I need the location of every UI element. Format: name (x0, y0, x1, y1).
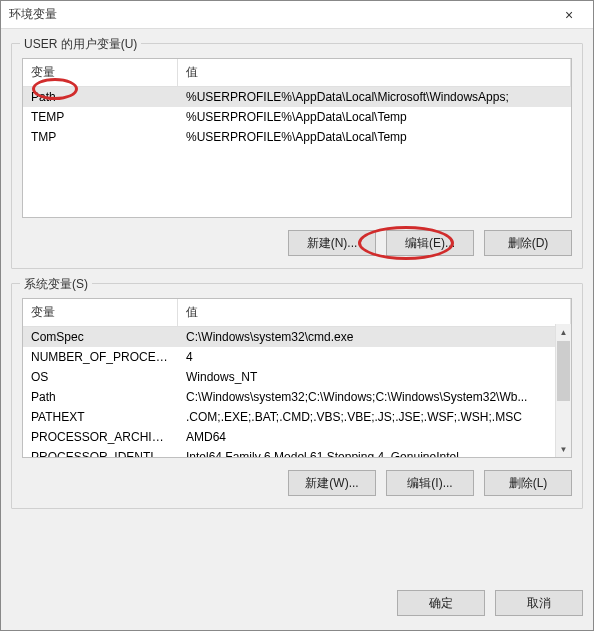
user-edit-button[interactable]: 编辑(E)... (386, 230, 474, 256)
cancel-button[interactable]: 取消 (495, 590, 583, 616)
cell-value: AMD64 (178, 430, 571, 444)
user-list-body: Path %USERPROFILE%\AppData\Local\Microso… (23, 87, 571, 147)
system-group-title: 系统变量(S) (20, 276, 92, 293)
cell-name: PROCESSOR_IDENTIFIER (23, 450, 178, 458)
scroll-down-icon[interactable]: ▼ (556, 441, 571, 457)
table-row[interactable]: PATHEXT .COM;.EXE;.BAT;.CMD;.VBS;.VBE;.J… (23, 407, 571, 427)
table-row[interactable]: ComSpec C:\Windows\system32\cmd.exe (23, 327, 571, 347)
cell-name: OS (23, 370, 178, 384)
table-row[interactable]: NUMBER_OF_PROCESSORS 4 (23, 347, 571, 367)
user-col-value[interactable]: 值 (178, 59, 571, 86)
cell-value: Intel64 Family 6 Model 61 Stepping 4, Ge… (178, 450, 571, 458)
cell-value: C:\Windows\system32;C:\Windows;C:\Window… (178, 390, 571, 404)
system-vars-group: 系统变量(S) 变量 值 ComSpec C:\Windows\system32… (11, 283, 583, 509)
table-row[interactable]: Path C:\Windows\system32;C:\Windows;C:\W… (23, 387, 571, 407)
close-icon[interactable]: × (549, 7, 589, 23)
system-vars-listbox[interactable]: 变量 值 ComSpec C:\Windows\system32\cmd.exe… (22, 298, 572, 458)
dialog-footer: 确定 取消 (1, 586, 593, 630)
cell-name: Path (23, 90, 178, 104)
cell-name: TMP (23, 130, 178, 144)
cell-name: TEMP (23, 110, 178, 124)
content-area: USER 的用户变量(U) 变量 值 Path %USERPROFILE%\Ap… (1, 29, 593, 586)
system-scrollbar[interactable]: ▲ ▼ (555, 324, 571, 457)
cell-value: %USERPROFILE%\AppData\Local\Microsoft\Wi… (178, 90, 571, 104)
user-vars-listbox[interactable]: 变量 值 Path %USERPROFILE%\AppData\Local\Mi… (22, 58, 572, 218)
ok-button[interactable]: 确定 (397, 590, 485, 616)
cell-value: .COM;.EXE;.BAT;.CMD;.VBS;.VBE;.JS;.JSE;.… (178, 410, 571, 424)
user-new-button[interactable]: 新建(N)... (288, 230, 376, 256)
table-row[interactable]: PROCESSOR_ARCHITECT... AMD64 (23, 427, 571, 447)
cell-name: PATHEXT (23, 410, 178, 424)
system-button-row: 新建(W)... 编辑(I)... 删除(L) (22, 470, 572, 496)
cell-value: Windows_NT (178, 370, 571, 384)
table-row[interactable]: OS Windows_NT (23, 367, 571, 387)
system-col-name[interactable]: 变量 (23, 299, 178, 326)
cell-name: NUMBER_OF_PROCESSORS (23, 350, 178, 364)
system-list-body: ComSpec C:\Windows\system32\cmd.exe NUMB… (23, 327, 571, 458)
cell-value: %USERPROFILE%\AppData\Local\Temp (178, 110, 571, 124)
system-list-header: 变量 值 (23, 299, 571, 327)
user-list-header: 变量 值 (23, 59, 571, 87)
scroll-up-icon[interactable]: ▲ (556, 324, 571, 340)
table-row[interactable]: TEMP %USERPROFILE%\AppData\Local\Temp (23, 107, 571, 127)
titlebar: 环境变量 × (1, 1, 593, 29)
cell-value: C:\Windows\system32\cmd.exe (178, 330, 571, 344)
cell-value: %USERPROFILE%\AppData\Local\Temp (178, 130, 571, 144)
cell-name: ComSpec (23, 330, 178, 344)
env-vars-dialog: 环境变量 × USER 的用户变量(U) 变量 值 Path %USERPROF… (0, 0, 594, 631)
user-delete-button[interactable]: 删除(D) (484, 230, 572, 256)
window-title: 环境变量 (9, 6, 549, 23)
user-button-row: 新建(N)... 编辑(E)... 删除(D) (22, 230, 572, 256)
cell-name: PROCESSOR_ARCHITECT... (23, 430, 178, 444)
scroll-thumb[interactable] (557, 341, 570, 401)
system-new-button[interactable]: 新建(W)... (288, 470, 376, 496)
user-group-title: USER 的用户变量(U) (20, 36, 141, 53)
user-vars-group: USER 的用户变量(U) 变量 值 Path %USERPROFILE%\Ap… (11, 43, 583, 269)
table-row[interactable]: TMP %USERPROFILE%\AppData\Local\Temp (23, 127, 571, 147)
system-col-value[interactable]: 值 (178, 299, 571, 326)
table-row[interactable]: Path %USERPROFILE%\AppData\Local\Microso… (23, 87, 571, 107)
system-edit-button[interactable]: 编辑(I)... (386, 470, 474, 496)
user-col-name[interactable]: 变量 (23, 59, 178, 86)
system-delete-button[interactable]: 删除(L) (484, 470, 572, 496)
cell-name: Path (23, 390, 178, 404)
table-row[interactable]: PROCESSOR_IDENTIFIER Intel64 Family 6 Mo… (23, 447, 571, 458)
cell-value: 4 (178, 350, 571, 364)
